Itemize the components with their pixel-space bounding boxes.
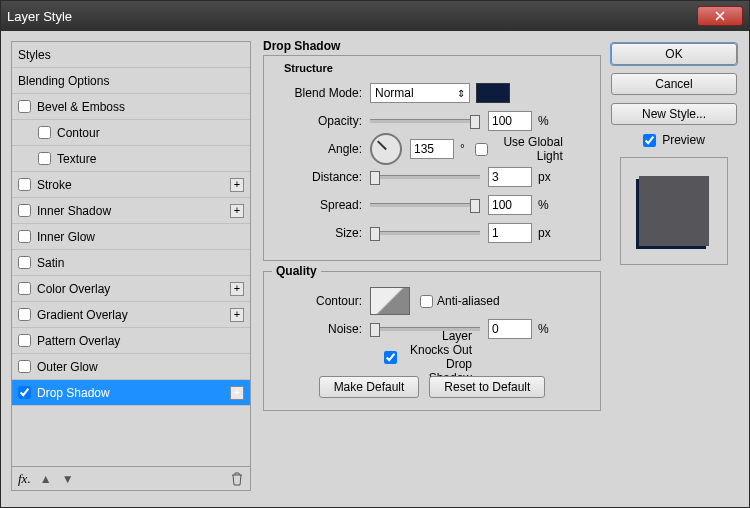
blend-mode-value: Normal <box>375 86 414 100</box>
style-item-label: Drop Shadow <box>37 386 110 400</box>
default-buttons-row: Make Default Reset to Default <box>274 376 590 398</box>
styles-list: Styles Blending Options Bevel & Emboss C… <box>12 42 250 466</box>
contour-row: Contour: Anti-aliased <box>274 288 590 314</box>
style-checkbox[interactable] <box>18 386 31 399</box>
style-item-color-overlay[interactable]: Color Overlay + <box>12 276 250 302</box>
angle-label: Angle: <box>274 142 370 156</box>
style-checkbox[interactable] <box>18 282 31 295</box>
contour-label: Contour: <box>274 294 370 308</box>
new-style-button[interactable]: New Style... <box>611 103 737 125</box>
style-item-pattern-overlay[interactable]: Pattern Overlay <box>12 328 250 354</box>
ok-button[interactable]: OK <box>611 43 737 65</box>
style-item-label: Outer Glow <box>37 360 98 374</box>
slider-thumb[interactable] <box>370 323 380 337</box>
use-global-light[interactable]: Use Global Light <box>475 135 571 163</box>
use-global-light-label: Use Global Light <box>492 135 563 163</box>
spread-slider[interactable] <box>370 203 480 207</box>
spread-input[interactable] <box>488 195 532 215</box>
chevron-down-icon: ⇕ <box>457 88 465 99</box>
style-item-gradient-overlay[interactable]: Gradient Overlay + <box>12 302 250 328</box>
styles-panel: Styles Blending Options Bevel & Emboss C… <box>11 41 251 491</box>
noise-slider[interactable] <box>370 327 480 331</box>
style-item-label: Stroke <box>37 178 72 192</box>
cancel-button[interactable]: Cancel <box>611 73 737 95</box>
style-item-contour[interactable]: Contour <box>12 120 250 146</box>
style-item-bevel-emboss[interactable]: Bevel & Emboss <box>12 94 250 120</box>
distance-input[interactable] <box>488 167 532 187</box>
slider-thumb[interactable] <box>370 171 380 185</box>
add-effect-icon[interactable]: + <box>230 178 244 192</box>
distance-label: Distance: <box>274 170 370 184</box>
add-effect-icon[interactable]: + <box>230 308 244 322</box>
style-item-texture[interactable]: Texture <box>12 146 250 172</box>
style-checkbox[interactable] <box>18 230 31 243</box>
add-effect-icon[interactable]: + <box>230 386 244 400</box>
preview-checkbox[interactable] <box>643 134 656 147</box>
layer-knocks-checkbox[interactable] <box>384 351 397 364</box>
use-global-light-checkbox[interactable] <box>475 143 488 156</box>
style-item-label: Color Overlay <box>37 282 110 296</box>
add-effect-icon[interactable]: + <box>230 282 244 296</box>
angle-dial[interactable] <box>370 133 402 165</box>
move-up-icon[interactable]: ▲ <box>39 472 53 486</box>
style-item-drop-shadow[interactable]: Drop Shadow + <box>12 380 250 406</box>
slider-thumb[interactable] <box>370 227 380 241</box>
size-input[interactable] <box>488 223 532 243</box>
style-item-inner-shadow[interactable]: Inner Shadow + <box>12 198 250 224</box>
style-checkbox[interactable] <box>18 100 31 113</box>
noise-label: Noise: <box>274 322 370 336</box>
angle-input[interactable] <box>410 139 454 159</box>
opacity-slider[interactable] <box>370 119 480 123</box>
style-checkbox[interactable] <box>18 360 31 373</box>
style-checkbox[interactable] <box>18 256 31 269</box>
contour-picker[interactable] <box>370 287 410 315</box>
style-item-outer-glow[interactable]: Outer Glow <box>12 354 250 380</box>
opacity-unit: % <box>538 114 549 128</box>
titlebar[interactable]: Layer Style <box>1 1 749 31</box>
styles-footer: fx. ▲ ▼ <box>12 466 250 490</box>
style-checkbox[interactable] <box>18 308 31 321</box>
style-item-stroke[interactable]: Stroke + <box>12 172 250 198</box>
noise-unit: % <box>538 322 549 336</box>
fx-menu-icon[interactable]: fx. <box>18 471 31 487</box>
preview-toggle[interactable]: Preview <box>611 133 737 147</box>
add-effect-icon[interactable]: + <box>230 204 244 218</box>
options-panel: Drop Shadow Structure Blend Mode: Normal… <box>263 39 601 421</box>
spread-label: Spread: <box>274 198 370 212</box>
angle-row: Angle: ° Use Global Light <box>274 136 590 162</box>
trash-icon[interactable] <box>230 472 244 486</box>
angle-unit: ° <box>460 142 465 156</box>
slider-thumb[interactable] <box>470 199 480 213</box>
style-item-label: Pattern Overlay <box>37 334 120 348</box>
style-checkbox[interactable] <box>18 334 31 347</box>
style-item-inner-glow[interactable]: Inner Glow <box>12 224 250 250</box>
style-checkbox[interactable] <box>38 152 51 165</box>
slider-thumb[interactable] <box>470 115 480 129</box>
opacity-input[interactable] <box>488 111 532 131</box>
style-checkbox[interactable] <box>18 204 31 217</box>
move-down-icon[interactable]: ▼ <box>61 472 75 486</box>
layer-style-window: Layer Style Styles Blending Options Beve… <box>0 0 750 508</box>
make-default-button[interactable]: Make Default <box>319 376 420 398</box>
blend-mode-select[interactable]: Normal ⇕ <box>370 83 470 103</box>
anti-aliased-checkbox[interactable] <box>420 295 433 308</box>
styles-header[interactable]: Styles <box>12 42 250 68</box>
close-button[interactable] <box>697 6 743 26</box>
style-checkbox[interactable] <box>18 178 31 191</box>
spread-row: Spread: % <box>274 192 590 218</box>
anti-aliased[interactable]: Anti-aliased <box>420 294 516 308</box>
reset-default-button[interactable]: Reset to Default <box>429 376 545 398</box>
style-item-label: Inner Glow <box>37 230 95 244</box>
distance-slider[interactable] <box>370 175 480 179</box>
size-slider[interactable] <box>370 231 480 235</box>
preview-label: Preview <box>662 133 705 147</box>
style-item-satin[interactable]: Satin <box>12 250 250 276</box>
style-checkbox[interactable] <box>38 126 51 139</box>
noise-input[interactable] <box>488 319 532 339</box>
shadow-color-swatch[interactable] <box>476 83 510 103</box>
style-item-label: Inner Shadow <box>37 204 111 218</box>
structure-legend: Structure <box>284 62 333 74</box>
blending-options[interactable]: Blending Options <box>12 68 250 94</box>
quality-group: Quality Contour: Anti-aliased Noise: % <box>263 271 601 411</box>
dialog-body: Styles Blending Options Bevel & Emboss C… <box>1 31 749 507</box>
